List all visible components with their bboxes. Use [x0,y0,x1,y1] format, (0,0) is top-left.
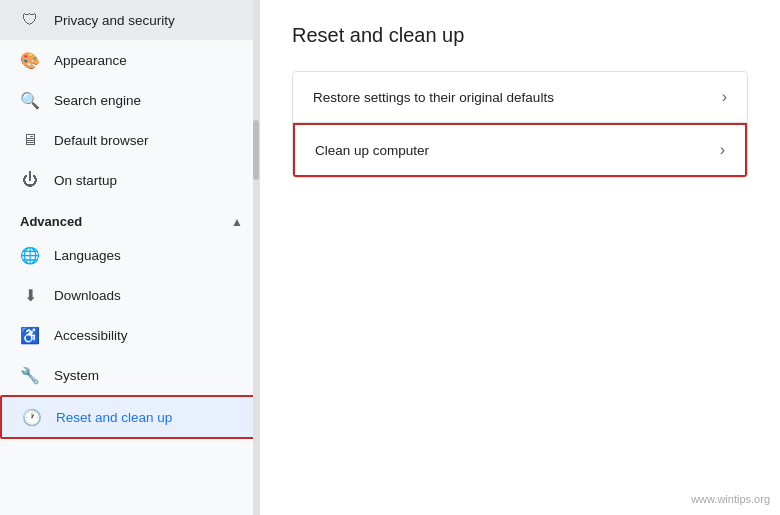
languages-icon: 🌐 [20,245,40,265]
cleanup-computer-label: Clean up computer [315,143,720,158]
browser-icon: 🖥 [20,130,40,150]
settings-card: Restore settings to their original defau… [292,71,748,178]
sidebar-label-search: Search engine [54,93,141,108]
sidebar-item-languages[interactable]: 🌐 Languages [0,235,259,275]
sidebar-item-appearance[interactable]: 🎨 Appearance [0,40,259,80]
sidebar-label-accessibility: Accessibility [54,328,128,343]
sidebar-item-startup[interactable]: ⏻ On startup [0,160,259,200]
restore-settings-row[interactable]: Restore settings to their original defau… [293,72,747,123]
page-title: Reset and clean up [292,24,748,47]
startup-icon: ⏻ [20,170,40,190]
chevron-up-icon: ▲ [231,215,243,229]
sidebar-item-search[interactable]: 🔍 Search engine [0,80,259,120]
sidebar-label-startup: On startup [54,173,117,188]
sidebar: 🛡 Privacy and security 🎨 Appearance 🔍 Se… [0,0,260,515]
reset-icon: 🕐 [22,407,42,427]
sidebar-label-privacy: Privacy and security [54,13,175,28]
privacy-icon: 🛡 [20,10,40,30]
appearance-icon: 🎨 [20,50,40,70]
sidebar-item-browser[interactable]: 🖥 Default browser [0,120,259,160]
sidebar-label-browser: Default browser [54,133,149,148]
downloads-icon: ⬇ [20,285,40,305]
sidebar-scroll: 🛡 Privacy and security 🎨 Appearance 🔍 Se… [0,0,259,515]
search-icon: 🔍 [20,90,40,110]
cleanup-computer-row[interactable]: Clean up computer › [293,123,747,177]
advanced-label: Advanced [20,214,82,229]
sidebar-label-languages: Languages [54,248,121,263]
sidebar-label-appearance: Appearance [54,53,127,68]
sidebar-item-reset[interactable]: 🕐 Reset and clean up [0,395,259,439]
cleanup-arrow-icon: › [720,141,725,159]
main-content: Reset and clean up Restore settings to t… [260,0,780,515]
advanced-section-header[interactable]: Advanced ▲ [0,200,259,235]
sidebar-item-downloads[interactable]: ⬇ Downloads [0,275,259,315]
scrollbar-thumb [253,120,259,180]
sidebar-label-reset: Reset and clean up [56,410,172,425]
sidebar-item-system[interactable]: 🔧 System [0,355,259,395]
sidebar-label-downloads: Downloads [54,288,121,303]
watermark: www.wintips.org [691,493,770,505]
restore-arrow-icon: › [722,88,727,106]
sidebar-item-accessibility[interactable]: ♿ Accessibility [0,315,259,355]
system-icon: 🔧 [20,365,40,385]
restore-settings-label: Restore settings to their original defau… [313,90,722,105]
sidebar-item-privacy[interactable]: 🛡 Privacy and security [0,0,259,40]
sidebar-scrollbar[interactable] [253,0,259,515]
sidebar-label-system: System [54,368,99,383]
accessibility-icon: ♿ [20,325,40,345]
